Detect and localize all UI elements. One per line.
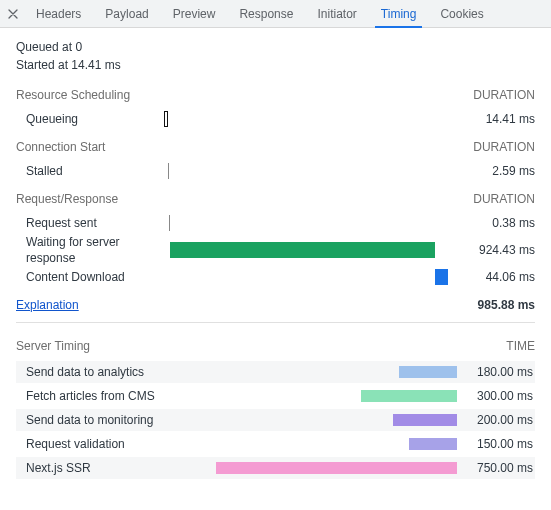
server-timing-label: Next.js SSR <box>16 461 216 475</box>
timing-row-value: 14.41 ms <box>457 112 535 126</box>
server-timing-row: Fetch articles from CMS300.00 ms <box>16 385 535 407</box>
timing-row-value: 924.43 ms <box>457 243 535 257</box>
started-line: Started at 14.41 ms <box>16 56 535 74</box>
server-timing-label: Request validation <box>16 437 216 451</box>
timing-bar <box>169 215 170 231</box>
timing-bar-area <box>164 269 457 285</box>
server-timing-value: 750.00 ms <box>457 461 535 475</box>
timing-row: Content Download44.06 ms <box>16 266 535 288</box>
timing-row-value: 2.59 ms <box>457 164 535 178</box>
duration-label: DURATION <box>473 140 535 154</box>
server-timing-bar-area <box>216 388 457 404</box>
divider <box>16 322 535 323</box>
timing-bar-area <box>164 215 457 231</box>
server-timing-bar-area <box>216 436 457 452</box>
server-timing-label: Fetch articles from CMS <box>16 389 216 403</box>
timing-row-label: Request sent <box>16 215 164 231</box>
timing-bar <box>168 163 169 179</box>
timing-bar <box>435 269 448 285</box>
timing-panel: Queued at 0 Started at 14.41 ms Resource… <box>0 28 551 497</box>
explanation-link[interactable]: Explanation <box>16 298 79 312</box>
tab-payload[interactable]: Payload <box>95 0 158 28</box>
timing-row: Queueing14.41 ms <box>16 108 535 130</box>
tab-headers[interactable]: Headers <box>26 0 91 28</box>
server-timing-label: Send data to analytics <box>16 365 216 379</box>
timing-row-label: Content Download <box>16 269 164 285</box>
tab-timing[interactable]: Timing <box>371 0 427 28</box>
server-timing-bar <box>393 414 457 426</box>
section-title: Connection Start <box>16 140 105 154</box>
server-timing-row: Send data to monitoring200.00 ms <box>16 409 535 431</box>
queued-line: Queued at 0 <box>16 38 535 56</box>
server-timing-row: Request validation150.00 ms <box>16 433 535 455</box>
server-timing-bar <box>216 462 457 474</box>
section-connection-start: Connection Start DURATION Stalled2.59 ms <box>16 140 535 182</box>
timing-row-value: 44.06 ms <box>457 270 535 284</box>
duration-label: DURATION <box>473 88 535 102</box>
section-title: Resource Scheduling <box>16 88 130 102</box>
section-title: Server Timing <box>16 339 90 353</box>
timing-row: Stalled2.59 ms <box>16 160 535 182</box>
section-resource-scheduling: Resource Scheduling DURATION Queueing14.… <box>16 88 535 130</box>
server-timing-bar-area <box>216 460 457 476</box>
section-server-timing: Server Timing TIME Send data to analytic… <box>16 339 535 479</box>
server-timing-bar <box>409 438 457 450</box>
tab-response[interactable]: Response <box>229 0 303 28</box>
server-timing-row: Send data to analytics180.00 ms <box>16 361 535 383</box>
close-icon[interactable] <box>6 7 20 21</box>
timing-row-label: Queueing <box>16 111 164 127</box>
timing-bar-area <box>164 163 457 179</box>
time-label: TIME <box>506 339 535 353</box>
timing-row-label: Waiting for server response <box>16 234 164 266</box>
timing-bar <box>170 242 435 258</box>
timing-bar-area <box>164 242 457 258</box>
timing-intro: Queued at 0 Started at 14.41 ms <box>16 38 535 74</box>
timing-row: Waiting for server response924.43 ms <box>16 234 535 266</box>
server-timing-label: Send data to monitoring <box>16 413 216 427</box>
tab-bar: HeadersPayloadPreviewResponseInitiatorTi… <box>0 0 551 28</box>
tab-initiator[interactable]: Initiator <box>307 0 366 28</box>
timing-row-value: 0.38 ms <box>457 216 535 230</box>
server-timing-value: 180.00 ms <box>457 365 535 379</box>
server-timing-value: 300.00 ms <box>457 389 535 403</box>
timing-bar <box>164 111 168 127</box>
section-title: Request/Response <box>16 192 118 206</box>
section-request-response: Request/Response DURATION Request sent0.… <box>16 192 535 288</box>
tab-cookies[interactable]: Cookies <box>430 0 493 28</box>
timing-row: Request sent0.38 ms <box>16 212 535 234</box>
tab-preview[interactable]: Preview <box>163 0 226 28</box>
server-timing-value: 200.00 ms <box>457 413 535 427</box>
timing-bar-area <box>164 111 457 127</box>
server-timing-bar-area <box>216 412 457 428</box>
timing-row-label: Stalled <box>16 163 164 179</box>
duration-label: DURATION <box>473 192 535 206</box>
server-timing-bar <box>361 390 457 402</box>
server-timing-bar <box>399 366 457 378</box>
server-timing-bar-area <box>216 364 457 380</box>
server-timing-value: 150.00 ms <box>457 437 535 451</box>
total-duration: 985.88 ms <box>478 298 535 312</box>
server-timing-row: Next.js SSR750.00 ms <box>16 457 535 479</box>
